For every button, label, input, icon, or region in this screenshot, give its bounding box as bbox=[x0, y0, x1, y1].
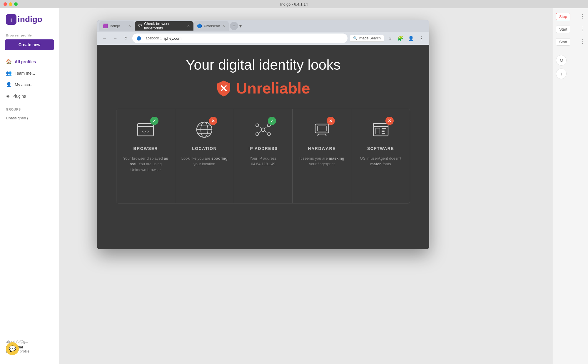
svg-point-15 bbox=[256, 133, 259, 136]
tab-label-pixelscan: Pixelscan bbox=[204, 24, 220, 28]
forward-button[interactable]: → bbox=[111, 34, 119, 42]
location-card-title: LOCATION bbox=[192, 146, 217, 151]
download-icon[interactable]: ↓ bbox=[556, 69, 567, 79]
svg-rect-28 bbox=[382, 128, 386, 129]
card-location: ✕ LOCATION Look like you are spoofing yo… bbox=[175, 109, 234, 203]
sidebar-item-label: Team me... bbox=[15, 71, 35, 76]
identity-status: Unreliable bbox=[216, 79, 310, 97]
plugins-icon: ◈ bbox=[6, 93, 9, 99]
address-profile-label: Facebook 1 bbox=[143, 36, 162, 40]
search-icon: 🔍 bbox=[353, 36, 358, 40]
software-card-title: SOFTWARE bbox=[367, 146, 394, 151]
tab-dropdown[interactable]: ▾ bbox=[239, 23, 242, 29]
tab-close-indigo[interactable]: ✕ bbox=[128, 24, 131, 28]
browser-toolbar-right: 🧩 👤 ⋮ bbox=[396, 34, 426, 42]
address-url: iphey.com bbox=[164, 36, 344, 41]
software-card-icon-wrap: ✕ bbox=[369, 118, 392, 141]
sidebar-item-label: All profiles bbox=[15, 59, 36, 64]
svg-rect-21 bbox=[315, 124, 329, 133]
tab-pixelscan[interactable]: 🔵 Pixelscan ✕ bbox=[193, 21, 229, 31]
menu-icon[interactable]: ⋮ bbox=[417, 34, 426, 42]
browser-card-title: BROWSER bbox=[133, 146, 158, 151]
window-title: Indigo - 6.4.1.14 bbox=[280, 2, 308, 6]
start-button-3[interactable]: Start bbox=[556, 38, 570, 46]
tab-check-fingerprints[interactable]: 🛡 Check browser fingerprints ✕ bbox=[135, 21, 193, 31]
software-status-badge: ✕ bbox=[385, 117, 394, 125]
right-panel: Stop ⋮ Start ⋮ Start ⋮ ↻ ↓ bbox=[553, 8, 588, 364]
address-actions: 🔍 Image Search ☆ bbox=[350, 34, 394, 42]
indigo-logo-icon: i bbox=[6, 14, 16, 25]
unreliable-status: Unreliable bbox=[236, 79, 310, 97]
hardware-card-desc: It seems you are masking your fingerprin… bbox=[298, 156, 345, 167]
reload-button[interactable]: ↻ bbox=[122, 34, 130, 42]
title-bar: Indigo - 6.4.1.14 bbox=[0, 0, 588, 8]
home-icon: 🏠 bbox=[6, 59, 12, 64]
identity-headline: Your digital identity looks bbox=[186, 56, 341, 74]
close-button[interactable] bbox=[4, 2, 7, 6]
browser-status-badge: ✓ bbox=[150, 117, 158, 125]
chat-button[interactable]: 💬 bbox=[6, 342, 19, 355]
traffic-lights bbox=[4, 2, 18, 6]
svg-point-12 bbox=[261, 128, 265, 131]
location-status-badge: ✕ bbox=[209, 117, 217, 125]
start-button-2[interactable]: Start bbox=[556, 26, 570, 33]
tab-close-fingerprints[interactable]: ✕ bbox=[187, 24, 190, 28]
browser-window: 🟪 Indigo ✕ 🛡 Check browser fingerprints … bbox=[97, 20, 429, 249]
bookmark-icon[interactable]: ☆ bbox=[386, 34, 394, 42]
tab-bar: 🟪 Indigo ✕ 🛡 Check browser fingerprints … bbox=[97, 20, 429, 32]
svg-point-16 bbox=[268, 133, 270, 136]
back-button[interactable]: ← bbox=[101, 34, 109, 42]
main-area: Stop ⋮ Start ⋮ Start ⋮ ↻ ↓ bbox=[59, 8, 588, 364]
browser-profile-label: Browser profile bbox=[0, 34, 59, 39]
maximize-button[interactable] bbox=[14, 2, 18, 6]
hardware-status-badge: ✕ bbox=[327, 117, 335, 125]
ip-card-icon-wrap: ✓ bbox=[251, 118, 275, 141]
card-software: ✕ SOFTWARE OS in userAgent doesn't match… bbox=[351, 109, 410, 203]
svg-line-20 bbox=[265, 131, 268, 133]
card-browser: </> ✓ BROWSER Your browser displayed as … bbox=[116, 109, 175, 203]
sidebar-item-plugins[interactable]: ◈ Plugins bbox=[0, 90, 59, 102]
card-ip-address: ✓ IP ADDRESS Your IP address 64.64.118.1… bbox=[234, 109, 293, 203]
browser-card-icon-wrap: </> ✓ bbox=[134, 118, 157, 141]
tab-close-pixelscan[interactable]: ✕ bbox=[222, 24, 225, 28]
sidebar-item-team-members[interactable]: 👥 Team me... bbox=[0, 67, 59, 79]
svg-point-13 bbox=[256, 124, 259, 127]
tab-indigo[interactable]: 🟪 Indigo ✕ bbox=[99, 21, 135, 31]
extensions-icon[interactable]: 🧩 bbox=[396, 34, 405, 42]
more-options-3[interactable]: ⋮ bbox=[580, 38, 585, 45]
tab-favicon-pixelscan: 🔵 bbox=[197, 24, 202, 28]
image-search-button[interactable]: 🔍 Image Search bbox=[350, 35, 384, 42]
profile-row-3: Start ⋮ bbox=[556, 36, 585, 46]
create-new-button[interactable]: Create new bbox=[5, 39, 54, 50]
tab-label-fingerprints: Check browser fingerprints bbox=[144, 21, 185, 30]
svg-text:</>: </> bbox=[142, 129, 149, 134]
refresh-icon[interactable]: ↻ bbox=[556, 55, 567, 66]
svg-rect-25 bbox=[318, 126, 326, 131]
ip-status-badge: ✓ bbox=[268, 117, 276, 125]
address-bar[interactable]: 🔵 Facebook 1 iphey.com bbox=[132, 34, 348, 43]
minimize-button[interactable] bbox=[9, 2, 12, 6]
team-icon: 👥 bbox=[6, 70, 12, 76]
sidebar-group-unassigned[interactable]: Unassigned ( bbox=[0, 113, 59, 123]
more-options-2[interactable]: ⋮ bbox=[580, 26, 585, 32]
profile-icon[interactable]: 👤 bbox=[407, 34, 415, 42]
logo-area: i indigo bbox=[0, 14, 59, 34]
location-card-icon-wrap: ✕ bbox=[193, 118, 216, 141]
profile-row-1: Stop ⋮ bbox=[556, 11, 585, 21]
browser-content: Your digital identity looks Unreliable bbox=[97, 45, 429, 249]
address-bar-row: ← → ↻ 🔵 Facebook 1 iphey.com 🔍 Image Sea… bbox=[97, 32, 429, 45]
account-icon: 👤 bbox=[6, 82, 12, 87]
hardware-card-icon-wrap: ✕ bbox=[310, 118, 334, 141]
stop-button-1[interactable]: Stop bbox=[556, 13, 570, 20]
sidebar-item-label: Plugins bbox=[12, 94, 26, 98]
new-tab-button[interactable]: + bbox=[230, 22, 238, 30]
sidebar-item-my-account[interactable]: 👤 My acco... bbox=[0, 79, 59, 90]
software-card-desc: OS in userAgent doesn't match fonts bbox=[357, 156, 404, 167]
svg-rect-29 bbox=[382, 131, 385, 132]
cards-row: </> ✓ BROWSER Your browser displayed as … bbox=[116, 109, 410, 203]
address-favicon: 🔵 bbox=[136, 36, 141, 41]
app-layout: i indigo Browser profile Create new 🏠 Al… bbox=[0, 8, 588, 364]
more-options-1[interactable]: ⋮ bbox=[580, 13, 585, 19]
svg-text:i: i bbox=[10, 17, 12, 23]
sidebar-item-all-profiles[interactable]: 🏠 All profiles bbox=[0, 56, 59, 67]
